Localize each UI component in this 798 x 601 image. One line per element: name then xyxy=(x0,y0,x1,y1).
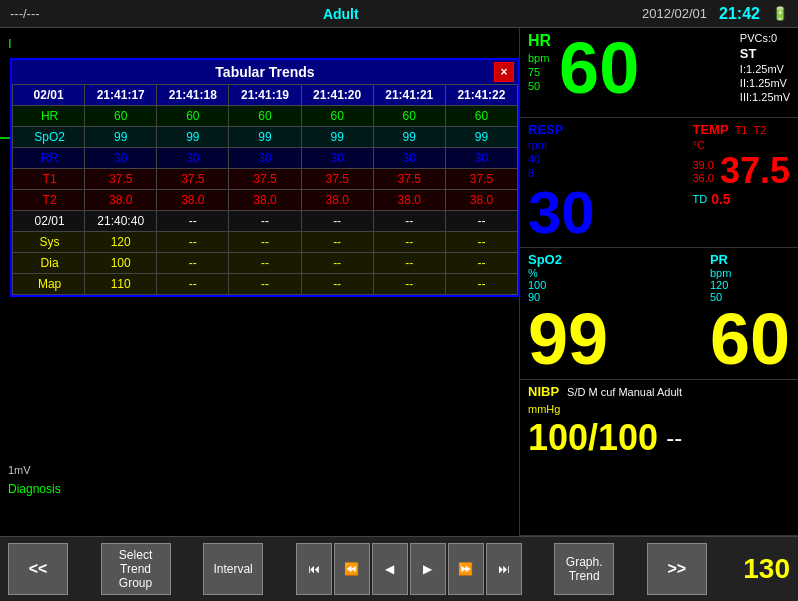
select-trend-group-button[interactable]: Select Trend Group xyxy=(101,543,171,595)
trends-header-4: 21:41:20 xyxy=(301,85,373,106)
next-button[interactable]: ▶ xyxy=(410,543,446,595)
cell-7-3: -- xyxy=(301,253,373,274)
trends-header-1: 21:41:17 xyxy=(85,85,157,106)
row-label-7: Dia xyxy=(13,253,85,274)
cell-3-2: 37.5 xyxy=(229,169,301,190)
cell-8-3: -- xyxy=(301,274,373,295)
hr-label: HR xyxy=(528,32,551,50)
trends-header-0: 02/01 xyxy=(13,85,85,106)
temp-val1: 39.0 xyxy=(693,159,714,171)
cell-8-2: -- xyxy=(229,274,301,295)
st-label: ST xyxy=(740,46,790,61)
cell-3-4: 37.5 xyxy=(373,169,445,190)
table-row: SpO2999999999999 xyxy=(13,127,518,148)
hr-section: HR bpm 75 50 60 PVCs:0 ST I:1.25mV II:1.… xyxy=(520,28,798,118)
top-left-label: ---/--- xyxy=(10,6,40,21)
next-fast-button[interactable]: ⏩ xyxy=(448,543,484,595)
st-iii-val: III:1.25mV xyxy=(740,91,790,103)
table-row: T238.038.038.038.038.038.0 xyxy=(13,190,518,211)
cell-2-1: 30 xyxy=(157,148,229,169)
temp-t2-label: T2 xyxy=(753,124,766,136)
top-bar: ---/--- Adult 2012/02/01 21:42 🔋 xyxy=(0,0,798,28)
cell-0-4: 60 xyxy=(373,106,445,127)
pr-unit: bpm xyxy=(710,267,790,279)
st-ii-val: II:1.25mV xyxy=(740,77,790,89)
cell-7-5: -- xyxy=(445,253,517,274)
cell-0-2: 60 xyxy=(229,106,301,127)
battery-icon: 🔋 xyxy=(772,6,788,21)
resp-block: RESP rpm 40 8 30 xyxy=(528,122,685,243)
select-trend-line2: Trend xyxy=(120,562,151,576)
select-trend-line3: Group xyxy=(119,576,152,590)
next-next-button[interactable]: >> xyxy=(647,543,707,595)
graph-trend-line2: Trend xyxy=(569,569,600,583)
cell-6-5: -- xyxy=(445,232,517,253)
cell-7-1: -- xyxy=(157,253,229,274)
pr-label: PR xyxy=(710,252,790,267)
spo2-label: SpO2 xyxy=(528,252,702,267)
row-label-5: 02/01 xyxy=(13,211,85,232)
cell-1-0: 99 xyxy=(85,127,157,148)
cell-2-3: 30 xyxy=(301,148,373,169)
cell-6-0: 120 xyxy=(85,232,157,253)
cell-4-5: 38.0 xyxy=(445,190,517,211)
cell-1-4: 99 xyxy=(373,127,445,148)
table-row: Sys120---------- xyxy=(13,232,518,253)
graph-trend-button[interactable]: Graph. Trend xyxy=(554,543,614,595)
interval-button[interactable]: Interval xyxy=(203,543,263,595)
cell-0-3: 60 xyxy=(301,106,373,127)
diagnosis-label: Diagnosis xyxy=(8,482,61,496)
cell-3-1: 37.5 xyxy=(157,169,229,190)
cell-2-0: 30 xyxy=(85,148,157,169)
temp-label: TEMP xyxy=(693,122,729,137)
bottom-number: 130 xyxy=(743,553,790,585)
patient-mode: Adult xyxy=(323,6,359,22)
resp-unit: rpm xyxy=(528,139,685,151)
cell-0-0: 60 xyxy=(85,106,157,127)
trends-header-6: 21:41:22 xyxy=(445,85,517,106)
spo2-scale1: 100 xyxy=(528,279,702,291)
cell-4-1: 38.0 xyxy=(157,190,229,211)
prev-prev-button[interactable]: << xyxy=(8,543,68,595)
nibp-unit: mmHg xyxy=(528,403,560,415)
row-label-0: HR xyxy=(13,106,85,127)
temp-val2: 36.0 xyxy=(693,172,714,184)
st-i-val: I:1.25mV xyxy=(740,63,790,75)
spo2-pr-section: SpO2 % 100 90 99 PR bpm 120 50 60 xyxy=(520,248,798,380)
cell-4-4: 38.0 xyxy=(373,190,445,211)
cell-5-5: -- xyxy=(445,211,517,232)
row-label-6: Sys xyxy=(13,232,85,253)
cell-6-4: -- xyxy=(373,232,445,253)
row-label-4: T2 xyxy=(13,190,85,211)
spo2-unit: % xyxy=(528,267,702,279)
ecg-scale: 1mV xyxy=(8,464,31,476)
resp-label: RESP xyxy=(528,122,685,137)
cell-6-3: -- xyxy=(301,232,373,253)
trends-header-row: 02/0121:41:1721:41:1821:41:1921:41:2021:… xyxy=(13,85,518,106)
vitals-panel: HR bpm 75 50 60 PVCs:0 ST I:1.25mV II:1.… xyxy=(520,28,798,536)
last-button[interactable]: ⏭ xyxy=(486,543,522,595)
cell-5-3: -- xyxy=(301,211,373,232)
hr-value: 60 xyxy=(559,32,639,104)
prev-button[interactable]: ◀ xyxy=(372,543,408,595)
trends-body: HR606060606060SpO2999999999999RR30303030… xyxy=(13,106,518,295)
prev-fast-button[interactable]: ⏪ xyxy=(334,543,370,595)
cell-4-2: 38.0 xyxy=(229,190,301,211)
time-label: 21:42 xyxy=(719,5,760,23)
temp-block: TEMP T1 T2 °C 39.0 36.0 37.5 TD 0.5 xyxy=(693,122,791,243)
nibp-mode: S/D M cuf Manual Adult xyxy=(567,386,682,398)
cell-8-1: -- xyxy=(157,274,229,295)
cell-5-1: -- xyxy=(157,211,229,232)
hr-scale1: 75 xyxy=(528,66,551,78)
modal-close-button[interactable]: × xyxy=(494,62,514,82)
pr-value: 60 xyxy=(710,303,790,375)
cell-6-1: -- xyxy=(157,232,229,253)
resp-scale1: 40 xyxy=(528,153,685,165)
table-row: T137.537.537.537.537.537.5 xyxy=(13,169,518,190)
first-button[interactable]: ⏮ xyxy=(296,543,332,595)
row-label-3: T1 xyxy=(13,169,85,190)
trends-header-3: 21:41:19 xyxy=(229,85,301,106)
cell-6-2: -- xyxy=(229,232,301,253)
row-label-2: RR xyxy=(13,148,85,169)
cell-1-5: 99 xyxy=(445,127,517,148)
